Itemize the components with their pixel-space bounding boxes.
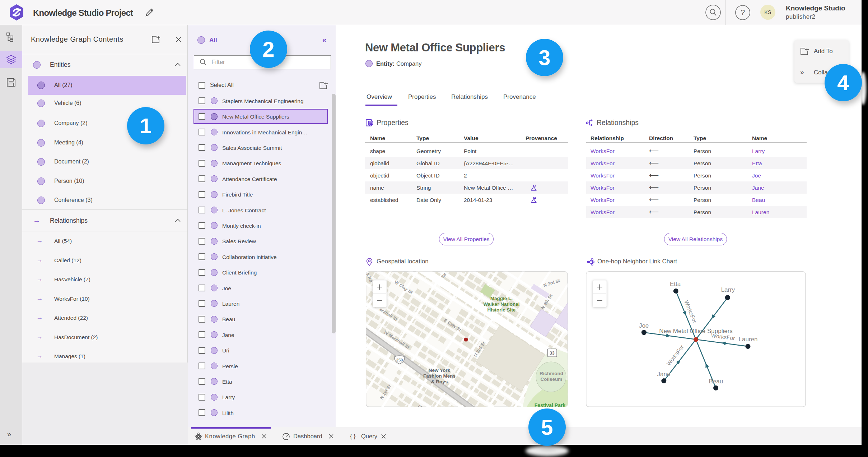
svg-text:Etta: Etta bbox=[670, 281, 681, 287]
svg-text:Larry: Larry bbox=[721, 286, 735, 293]
svg-text:Jane: Jane bbox=[657, 371, 671, 378]
svg-text:Beau: Beau bbox=[709, 378, 723, 385]
svg-text:Historic Site: Historic Site bbox=[487, 307, 516, 313]
svg-text:Coliseum: Coliseum bbox=[541, 377, 563, 382]
svg-text:Lauren: Lauren bbox=[739, 336, 758, 343]
svg-text:& Boys: & Boys bbox=[431, 379, 448, 384]
svg-text:Fashion Mens: Fashion Mens bbox=[423, 373, 456, 379]
svg-text:Joe: Joe bbox=[639, 322, 649, 329]
svg-text:?: ? bbox=[741, 8, 745, 17]
svg-text:Festival Park: Festival Park bbox=[535, 402, 566, 407]
svg-text:33: 33 bbox=[550, 351, 555, 356]
svg-text:250: 250 bbox=[396, 358, 403, 362]
svg-text:Walker National: Walker National bbox=[484, 301, 520, 307]
svg-text:Richmond: Richmond bbox=[540, 371, 563, 376]
svg-text:New York: New York bbox=[429, 368, 451, 373]
svg-text:Maggie L.: Maggie L. bbox=[490, 296, 513, 301]
